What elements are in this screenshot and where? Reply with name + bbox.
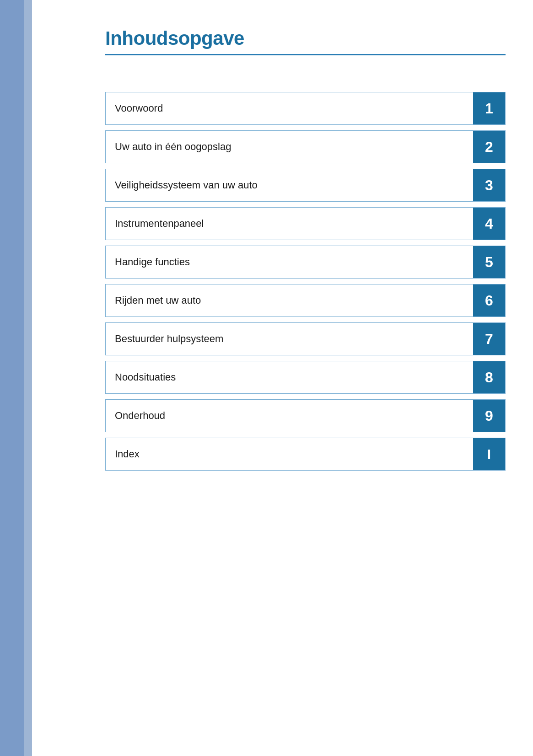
toc-item: Handige functies5 <box>105 246 506 279</box>
toc-item: Instrumentenpaneel4 <box>105 207 506 240</box>
toc-item-number: 9 <box>473 400 505 432</box>
toc-item-label: Onderhoud <box>106 400 473 432</box>
sidebar-dark-bar <box>0 0 24 756</box>
toc-item-number: 7 <box>473 323 505 355</box>
toc-item-label: Handige functies <box>106 246 473 278</box>
toc-item: IndexI <box>105 438 506 471</box>
toc-item-label: Veiligheidssysteem van uw auto <box>106 169 473 201</box>
toc-item-label: Voorwoord <box>106 92 473 124</box>
main-content: Inhoudsopgave Voorwoord1Uw auto in één o… <box>41 0 533 756</box>
toc-item: Uw auto in één oogopslag2 <box>105 130 506 163</box>
toc-item-label: Bestuurder hulpsysteem <box>106 323 473 355</box>
toc-item-number: 2 <box>473 131 505 163</box>
toc-item: Rijden met uw auto6 <box>105 284 506 317</box>
toc-item-label: Rijden met uw auto <box>106 284 473 316</box>
toc-item: Onderhoud9 <box>105 399 506 432</box>
sidebar-accent-bar <box>24 0 32 756</box>
toc-item: Voorwoord1 <box>105 92 506 125</box>
toc-item-label: Instrumentenpaneel <box>106 208 473 240</box>
toc-item-number: 5 <box>473 246 505 278</box>
toc-item-number: I <box>473 438 505 470</box>
toc-item: Veiligheidssysteem van uw auto3 <box>105 169 506 202</box>
toc-item-number: 8 <box>473 361 505 393</box>
toc-item-number: 4 <box>473 208 505 240</box>
toc-item-number: 3 <box>473 169 505 201</box>
toc-item-label: Uw auto in één oogopslag <box>106 131 473 163</box>
page-title: Inhoudsopgave <box>105 27 506 49</box>
toc-item: Noodsituaties8 <box>105 361 506 394</box>
toc-list: Voorwoord1Uw auto in één oogopslag2Veili… <box>105 92 506 476</box>
toc-item-number: 6 <box>473 284 505 316</box>
title-divider <box>105 54 506 55</box>
toc-item-label: Noodsituaties <box>106 361 473 393</box>
toc-item-label: Index <box>106 438 473 470</box>
toc-item: Bestuurder hulpsysteem7 <box>105 322 506 355</box>
toc-item-number: 1 <box>473 92 505 124</box>
